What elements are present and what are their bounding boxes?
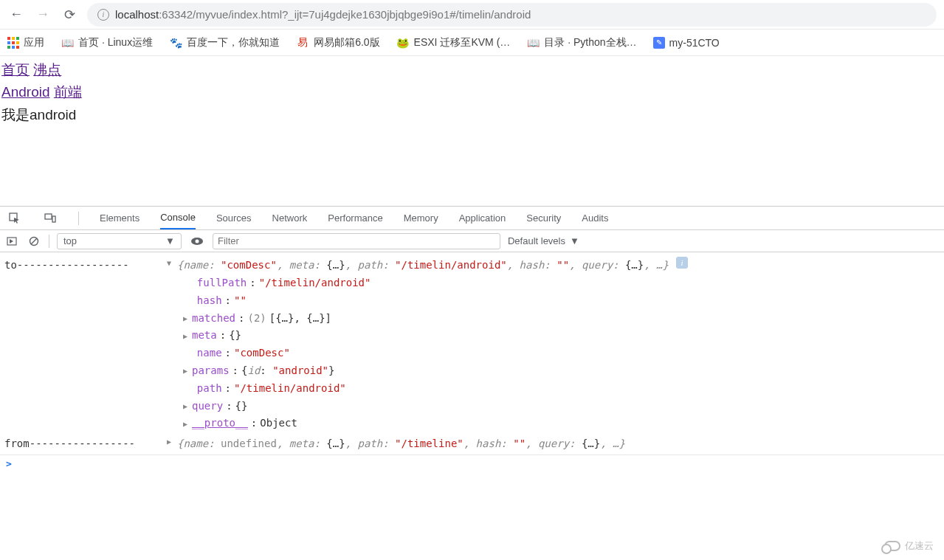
prop-row[interactable]: fullPath: "/timelin/android" <box>182 274 940 292</box>
chevron-down-icon: ▼ <box>165 235 175 246</box>
link-android[interactable]: Android <box>1 84 50 100</box>
console-log-to: to------------------ ▼ {name: "comDesc",… <box>4 257 940 274</box>
prop-row[interactable]: hash: "" <box>182 292 940 310</box>
bookmark-label: ESXI 迁移至KVM (… <box>414 36 511 49</box>
bookmark-item[interactable]: 🐸 ESXI 迁移至KVM (… <box>396 36 511 49</box>
svg-line-5 <box>31 238 37 244</box>
prop-row[interactable]: ▶matched: (2) [{…}, {…}] <box>182 310 940 328</box>
clear-console-icon[interactable] <box>27 234 41 249</box>
console-prompt[interactable]: > <box>0 454 944 472</box>
prop-row[interactable]: ▶query: {} <box>182 398 940 415</box>
expander-icon: ▶ <box>182 330 189 342</box>
bookmark-label: 目录 · Python全栈… <box>544 36 636 49</box>
bookmark-apps[interactable]: 应用 <box>7 36 44 49</box>
bookmark-label: my-51CTO <box>669 37 720 49</box>
frog-icon: 🐸 <box>396 36 410 49</box>
context-select[interactable]: top ▼ <box>57 233 182 249</box>
book-icon: 📖 <box>526 36 540 49</box>
browser-toolbar: ← → ⟳ i localhost:63342/myvue/index.html… <box>0 0 944 30</box>
tab-sources[interactable]: Sources <box>216 207 252 229</box>
tab-network[interactable]: Network <box>272 207 308 229</box>
bookmark-item[interactable]: 📖 首页 · Linux运维 <box>61 36 153 49</box>
bookmark-label: 百度一下，你就知道 <box>187 36 280 49</box>
tab-audits[interactable]: Audits <box>582 207 608 229</box>
prop-row[interactable]: path: "/timelin/android" <box>182 380 940 398</box>
devtools: Elements Console Sources Network Perform… <box>0 206 944 472</box>
devtools-tabs: Elements Console Sources Network Perform… <box>0 207 944 230</box>
console-log-from: from----------------- ▶ {name: undefined… <box>4 435 940 453</box>
bookmark-label: 网易邮箱6.0版 <box>314 36 379 49</box>
chevron-down-icon: ▼ <box>570 235 579 246</box>
info-badge-icon[interactable]: i <box>676 257 688 269</box>
content-text: 我是android <box>1 104 943 126</box>
svg-point-7 <box>195 239 199 243</box>
url-text: localhost:63342/myvue/index.html?_ijt=7u… <box>115 8 531 21</box>
reload-button[interactable]: ⟳ <box>61 6 78 24</box>
bookmark-label: 首页 · Linux运维 <box>78 36 153 49</box>
link-home[interactable]: 首页 <box>1 62 30 77</box>
device-icon[interactable] <box>43 211 58 226</box>
tab-console[interactable]: Console <box>160 207 196 229</box>
bookmark-item[interactable]: 易 网易邮箱6.0版 <box>296 36 379 49</box>
link-boiling[interactable]: 沸点 <box>33 62 61 77</box>
object-properties: fullPath: "/timelin/android" hash: "" ▶m… <box>182 274 940 432</box>
expander-icon: ▶ <box>182 312 189 325</box>
sidebar-toggle-icon[interactable] <box>4 234 19 249</box>
prop-row[interactable]: ▶meta: {} <box>182 327 940 345</box>
expander-icon: ▶ <box>182 364 189 377</box>
tab-elements[interactable]: Elements <box>100 207 139 229</box>
baidu-icon: 🐾 <box>169 36 182 49</box>
expander-icon: ▶ <box>182 418 189 430</box>
prop-row[interactable]: ▶params: {id: "android"} <box>182 362 940 380</box>
back-button[interactable]: ← <box>7 6 25 24</box>
forward-button[interactable]: → <box>34 6 52 24</box>
page-content: 首页 沸点 Android 前端 我是android <box>0 56 944 126</box>
tab-memory[interactable]: Memory <box>404 207 438 229</box>
apps-icon <box>7 37 19 49</box>
console-body: to------------------ ▼ {name: "comDesc",… <box>0 252 944 454</box>
filter-input[interactable] <box>213 233 500 249</box>
bookmarks-bar: 应用 📖 首页 · Linux运维 🐾 百度一下，你就知道 易 网易邮箱6.0版… <box>0 30 944 56</box>
svg-rect-1 <box>45 214 52 219</box>
address-bar[interactable]: i localhost:63342/myvue/index.html?_ijt=… <box>87 3 937 27</box>
bookmark-label: 应用 <box>24 36 44 49</box>
tab-performance[interactable]: Performance <box>328 207 382 229</box>
expander-icon[interactable]: ▼ <box>165 257 173 269</box>
prop-row[interactable]: ▶__proto__: Object <box>182 415 940 432</box>
prop-row[interactable]: name: "comDesc" <box>182 345 940 362</box>
tab-application[interactable]: Application <box>459 207 506 229</box>
log-levels-select[interactable]: Default levels ▼ <box>508 235 579 246</box>
expander-icon[interactable]: ▶ <box>165 435 173 448</box>
devtools-filterbar: top ▼ Default levels ▼ <box>0 230 944 252</box>
expander-icon: ▶ <box>182 400 189 412</box>
bookmark-item[interactable]: 📖 目录 · Python全栈… <box>526 36 636 49</box>
inspect-icon[interactable] <box>7 211 22 226</box>
tab-security[interactable]: Security <box>526 207 561 229</box>
info-icon[interactable]: i <box>97 9 109 21</box>
object-summary[interactable]: {name: undefined, meta: {…}, path: "/tim… <box>177 435 625 453</box>
book-icon: 📖 <box>61 36 74 49</box>
bookmark-item[interactable]: 🐾 百度一下，你就知道 <box>169 36 280 49</box>
doc-icon: ✎ <box>653 37 665 49</box>
mail-icon: 易 <box>296 36 309 49</box>
link-frontend[interactable]: 前端 <box>54 84 82 100</box>
bookmark-item[interactable]: ✎ my-51CTO <box>653 37 720 49</box>
live-expression-icon[interactable] <box>189 233 205 249</box>
svg-rect-2 <box>52 216 55 222</box>
object-summary[interactable]: {name: "comDesc", meta: {…}, path: "/tim… <box>177 257 669 274</box>
